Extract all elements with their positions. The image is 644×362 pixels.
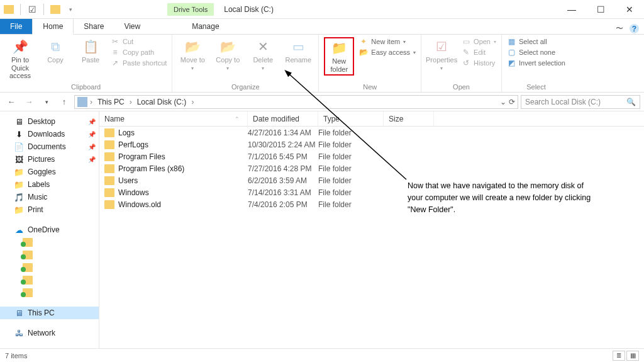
sidebar-onedrive-sub[interactable] [0,236,99,249]
properties-button[interactable]: ☑Properties▾ [426,37,457,72]
properties-icon[interactable]: ☑ [27,4,37,14]
table-row[interactable]: Logs4/27/2016 1:34 AMFile folder [99,127,644,139]
tab-file[interactable]: File [0,19,32,34]
sidebar-item-icon: 📄 [14,142,24,152]
table-row[interactable]: Program Files (x86)7/27/2016 4:28 PMFile… [99,162,644,174]
titlebar: ☑ ▾ Drive Tools Local Disk (C:) — ☐ ✕ [0,0,644,19]
delete-button[interactable]: ✕Delete▾ [248,37,278,72]
sidebar-item[interactable]: 📁Labels [0,178,99,191]
col-date[interactable]: Date modified [248,111,318,126]
sidebar-onedrive-sub[interactable] [0,274,99,286]
content-area: 🖥Desktop📌⬇Downloads📌📄Documents📌🖼Pictures… [0,111,644,348]
refresh-button[interactable]: ⟳ [509,98,515,106]
pin-icon: 📌 [87,131,96,138]
easy-access-button[interactable]: 📂Easy access ▾ [359,48,416,57]
sidebar-item-icon: 📁 [14,167,24,177]
col-size[interactable]: Size [384,111,434,126]
recent-dropdown[interactable]: ▾ [39,94,54,110]
sidebar-onedrive-sub[interactable] [0,249,99,261]
invert-icon: ◩ [507,59,516,67]
sidebar-item-icon: 🎵 [14,192,24,202]
view-icons-button[interactable]: ▦ [626,351,639,361]
new-folder-button[interactable]: 📁 New folder [324,37,354,76]
tab-manage[interactable]: Manage [182,19,229,34]
table-row[interactable]: Windows.old7/4/2016 2:05 PMFile folder [99,198,644,210]
paste-button[interactable]: 📋 Paste [75,37,106,65]
new-item-button[interactable]: ✦New item ▾ [359,37,416,46]
edit-button[interactable]: ✎Edit [462,48,496,57]
sidebar-thispc[interactable]: 🖥This PC [0,307,99,319]
sidebar-onedrive-sub[interactable] [0,261,99,274]
cut-button[interactable]: ✂Cut [111,37,167,46]
window-controls: — ☐ ✕ [557,0,644,19]
col-name[interactable]: Name⌃ [99,111,248,126]
sidebar-item[interactable]: 📄Documents📌 [0,140,99,153]
pin-quick-access-button[interactable]: 📌 Pin to Quick access [5,37,35,81]
cut-icon: ✂ [111,37,119,46]
close-button[interactable]: ✕ [615,0,644,19]
group-label-new: New [324,82,416,91]
rename-button[interactable]: ▭Rename [283,37,313,65]
table-row[interactable]: Windows7/14/2016 3:31 AMFile folder [99,186,644,198]
explorer-icon [4,4,14,14]
folder-icon [104,188,114,197]
sidebar-item[interactable]: 🖼Pictures📌 [0,153,99,166]
folder-icon [104,152,114,161]
sidebar-item[interactable]: 📁Goggles [0,166,99,178]
onedrive-icon: ☁ [14,225,24,235]
view-details-button[interactable]: ≣ [613,351,625,361]
breadcrumb-current[interactable]: Local Disk (C:) [135,98,189,106]
moveto-icon: 📂 [184,38,201,55]
copy-button[interactable]: ⧉ Copy [40,37,70,65]
copy-to-button[interactable]: 📂Copy to▾ [213,37,243,72]
up-button[interactable]: ↑ [57,94,72,110]
paste-shortcut-button[interactable]: ↗Paste shortcut [111,59,167,67]
tab-home[interactable]: Home [32,18,74,35]
address-bar[interactable]: › This PC › Local Disk (C:) › ⌄ ⟳ [74,95,518,109]
search-placeholder: Search Local Disk (C:) [525,98,601,106]
copypath-icon: ≡ [111,48,119,57]
sidebar-onedrive-sub[interactable] [0,286,99,299]
window-title: Local Disk (C:) [224,5,274,14]
back-button[interactable]: ← [4,94,19,110]
sidebar-onedrive[interactable]: ☁OneDrive [0,223,99,236]
drive-icon [77,97,87,107]
sidebar-item[interactable]: 🖥Desktop📌 [0,115,99,128]
open-button[interactable]: ▭Open ▾ [462,37,496,46]
ribbon: 📌 Pin to Quick access ⧉ Copy 📋 Paste ✂Cu… [0,35,644,93]
group-label-organize: Organize [177,82,313,91]
ribbon-collapse-icon[interactable]: 〜 [616,23,623,34]
synced-folder-icon [23,288,33,298]
breadcrumb-thispc[interactable]: This PC [95,98,127,106]
open-icon: ▭ [462,37,470,46]
invert-selection-button[interactable]: ◩Invert selection [507,59,565,67]
qat-dropdown-icon[interactable]: ▾ [65,4,75,14]
table-row[interactable]: Users6/2/2016 3:59 AMFile folder [99,174,644,186]
copy-path-button[interactable]: ≡Copy path [111,48,167,57]
nav-pane: 🖥Desktop📌⬇Downloads📌📄Documents📌🖼Pictures… [0,111,99,348]
newfolder-qat-icon[interactable] [50,4,60,14]
select-all-button[interactable]: ▦Select all [507,37,565,46]
sidebar-network[interactable]: 🖧Network [0,327,99,339]
search-box[interactable]: Search Local Disk (C:) 🔍 [521,95,640,109]
table-row[interactable]: Program Files7/1/2016 5:45 PMFile folder [99,150,644,162]
sidebar-item-icon: 🖼 [14,154,24,164]
tab-view[interactable]: View [114,19,150,34]
synced-folder-icon [23,237,33,247]
sidebar-item[interactable]: 📁Print [0,203,99,216]
file-list[interactable]: Logs4/27/2016 1:34 AMFile folderPerfLogs… [99,127,644,348]
navbar: ← → ▾ ↑ › This PC › Local Disk (C:) › ⌄ … [0,93,644,111]
move-to-button[interactable]: 📂Move to▾ [177,37,208,72]
forward-button[interactable]: → [21,94,36,110]
minimize-button[interactable]: — [557,0,586,19]
history-button[interactable]: ↺History [462,59,496,67]
table-row[interactable]: PerfLogs10/30/2015 2:24 AMFile folder [99,139,644,150]
select-none-button[interactable]: ▢Select none [507,48,565,57]
col-type[interactable]: Type [318,111,384,126]
tab-share[interactable]: Share [74,19,114,34]
maximize-button[interactable]: ☐ [586,0,615,19]
sidebar-item[interactable]: ⬇Downloads📌 [0,128,99,140]
help-icon[interactable]: ? [630,24,639,33]
sidebar-item[interactable]: 🎵Music [0,191,99,203]
address-dropdown-icon[interactable]: ⌄ [500,98,506,106]
